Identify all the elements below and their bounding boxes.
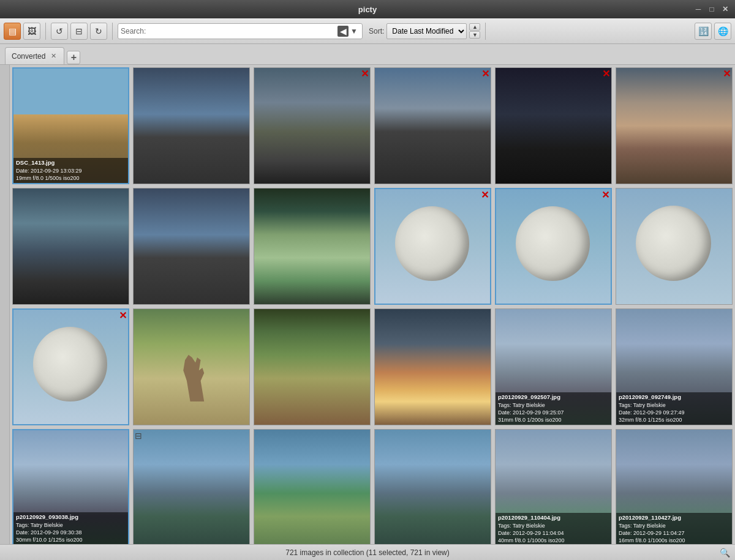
thumbnail-4[interactable]: ✕ (374, 67, 491, 184)
delete-x-icon[interactable]: ✕ (119, 311, 127, 321)
globe-icon: 🌐 (718, 26, 728, 36)
edit-icon: ⊟ (135, 431, 142, 441)
thumbnail-15[interactable] (254, 308, 371, 425)
maximize-button[interactable]: □ (707, 4, 717, 14)
toolbar: ▤ 🖼 ↺ ⊟ ↻ Search: ◀ ▼ Sort: Date Last Mo… (0, 18, 735, 44)
thumb-date: Date: 2012-09-29 09:25:07 (498, 409, 609, 416)
delete-x-icon[interactable]: ✕ (481, 69, 489, 79)
thumbnail-3[interactable]: ✕ (254, 67, 371, 184)
thumb-filename: p20120929_093038.jpg (16, 513, 126, 521)
thumbnail-16[interactable] (374, 308, 491, 425)
image-view-button[interactable]: 🖼 (23, 23, 40, 40)
thumb-info: p20120929_092749.jpgTags: Tatry Bielskie… (616, 392, 732, 425)
thumb-info: p20120929_110427.jpgTags: Tatry Bielskie… (616, 513, 732, 544)
delete-x-icon[interactable]: ✕ (361, 69, 369, 79)
search-input[interactable] (148, 27, 337, 35)
sort-select[interactable]: Date Last Modified Filename Date Taken F… (386, 23, 467, 39)
thumbnail-22[interactable] (374, 429, 491, 544)
thumb-info: DSC_1413.jpgDate: 2012-09-29 13:03:2919m… (13, 158, 128, 183)
moon-overlay (395, 206, 470, 281)
moon-overlay (516, 206, 590, 281)
thumb-filename: DSC_1413.jpg (16, 159, 126, 167)
sort-arrows: ▲ ▼ (469, 23, 480, 39)
separator-1 (45, 23, 46, 40)
thumbnail-14[interactable] (133, 308, 250, 425)
delete-x-icon[interactable]: ✕ (723, 69, 731, 79)
thumb-meta: 30mm f/10.0 1/125s iso200 (16, 536, 126, 543)
panel-toggle-button[interactable]: ▤ (4, 23, 21, 40)
thumb-meta: 19mm f/8.0 1/500s iso200 (16, 174, 126, 182)
num-icon-button[interactable]: 🔢 (695, 23, 712, 40)
tab-add-button[interactable]: + (67, 51, 80, 64)
window-controls: ─ □ ✕ (693, 4, 730, 14)
thumbnail-23[interactable]: p20120929_110404.jpgTags: Tatry Bielskie… (495, 429, 612, 544)
thumb-date: Date: 2012-09-29 13:03:29 (16, 167, 126, 174)
separator-2 (112, 23, 113, 40)
thumbnail-18[interactable]: p20120929_092749.jpgTags: Tatry Bielskie… (616, 308, 733, 425)
thumbnail-1[interactable]: DSC_1413.jpgDate: 2012-09-29 13:03:2919m… (12, 67, 129, 184)
sort-container: Sort: Date Last Modified Filename Date T… (369, 23, 480, 39)
thumbnail-6[interactable]: ✕ (616, 67, 733, 184)
thumb-date: Date: 2012-09-29 11:04:27 (619, 529, 729, 537)
search-clear-button[interactable]: ◀ (337, 26, 349, 37)
rotate-button[interactable]: ↻ (90, 23, 107, 40)
tabs-bar: Converted ✕ + (0, 44, 735, 65)
statusbar: 721 images in collection (11 selected, 7… (0, 544, 735, 560)
minimize-button[interactable]: ─ (693, 4, 703, 14)
search-label: Search: (121, 27, 146, 35)
thumbnail-11[interactable]: ✕ (495, 188, 612, 305)
thumb-filename: p20120929_110427.jpg (619, 514, 729, 522)
moon-overlay (636, 206, 711, 281)
toolbar-right: 🔢 🌐 (695, 23, 731, 40)
close-button[interactable]: ✕ (720, 4, 730, 14)
moon-overlay (33, 327, 108, 401)
rotate-icon: ↻ (95, 26, 102, 36)
status-text: 721 images in collection (11 selected, 7… (285, 548, 449, 557)
delete-x-icon[interactable]: ✕ (601, 190, 609, 200)
globe-icon-button[interactable]: 🌐 (714, 23, 731, 40)
thumb-date: Date: 2012-09-29 11:04:04 (498, 529, 609, 537)
thumb-filename: p20120929_110404.jpg (498, 514, 609, 522)
thumbnail-8[interactable] (133, 188, 250, 305)
delete-x-icon[interactable]: ✕ (602, 69, 610, 79)
thumbnail-20[interactable]: ⊟ (133, 429, 250, 544)
thumb-filename: p20120929_092507.jpg (498, 394, 609, 401)
thumbnail-13[interactable]: ✕ (12, 308, 129, 425)
back-button[interactable]: ↺ (51, 23, 68, 40)
thumb-meta: 31mm f/8.0 1/200s iso200 (498, 416, 609, 424)
thumb-meta: 40mm f/8.0 1/1000s iso200 (498, 537, 609, 544)
back-icon: ↺ (56, 26, 63, 36)
grid-button[interactable]: ⊟ (70, 23, 88, 40)
thumb-tags: Tags: Tatry Bielskie (498, 401, 609, 409)
thumbnail-24[interactable]: p20120929_110427.jpgTags: Tatry Bielskie… (616, 429, 733, 544)
thumbnail-10[interactable]: ✕ (374, 188, 491, 305)
thumbnail-12[interactable] (616, 188, 733, 305)
tab-converted[interactable]: Converted ✕ (5, 47, 64, 64)
thumb-date: Date: 2012-09-29 09:30:38 (16, 529, 126, 536)
thumb-filename: p20120929_092749.jpg (619, 394, 729, 401)
delete-x-icon[interactable]: ✕ (481, 190, 489, 200)
thumbnail-7[interactable] (12, 188, 129, 305)
thumb-meta: 32mm f/8.0 1/125s iso200 (619, 416, 729, 424)
thumbnail-17[interactable]: p20120929_092507.jpgTags: Tatry Bielskie… (495, 308, 612, 425)
panel-icon: ▤ (9, 26, 17, 36)
search-filter-button[interactable]: ▼ (349, 26, 360, 37)
tab-close-button[interactable]: ✕ (49, 52, 58, 61)
thumb-tags: Tags: Tatry Bielskie (619, 401, 729, 409)
thumb-date: Date: 2012-09-29 09:27:49 (619, 409, 729, 416)
grid-icon: ⊟ (75, 26, 83, 36)
main-area: DSC_1413.jpgDate: 2012-09-29 13:03:2919m… (0, 65, 735, 544)
thumbnail-9[interactable] (254, 188, 371, 305)
gallery[interactable]: DSC_1413.jpgDate: 2012-09-29 13:03:2919m… (10, 65, 735, 544)
statusbar-icon: 🔍 (720, 548, 730, 558)
sort-desc-button[interactable]: ▼ (469, 31, 480, 39)
thumbnail-21[interactable] (254, 429, 371, 544)
sort-asc-button[interactable]: ▲ (469, 23, 480, 31)
thumbnail-5[interactable]: ✕ (495, 67, 612, 184)
thumbnail-19[interactable]: p20120929_093038.jpgTags: Tatry Bielskie… (12, 429, 129, 544)
thumb-info: p20120929_093038.jpgTags: Tatry Bielskie… (13, 512, 128, 544)
thumbnail-2[interactable] (133, 67, 250, 184)
sidebar (0, 65, 10, 544)
thumb-info: p20120929_110404.jpgTags: Tatry Bielskie… (496, 513, 611, 544)
gallery-grid: DSC_1413.jpgDate: 2012-09-29 13:03:2919m… (12, 67, 733, 544)
